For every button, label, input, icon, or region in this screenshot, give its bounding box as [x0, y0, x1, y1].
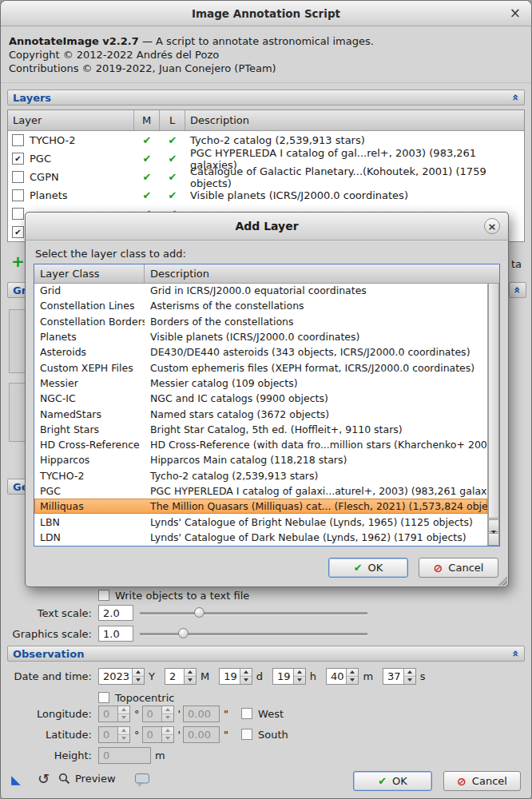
layer-class-row[interactable]: PlanetsVisible planets (ICRS/J2000.0 coo…	[34, 329, 487, 344]
layer-visible-checkbox[interactable]	[12, 171, 24, 183]
collapse-section-icon[interactable]: «	[510, 650, 520, 657]
layer-class-description: DE430/DE440 asteroids (343 objects, ICRS…	[145, 346, 487, 358]
slider-track[interactable]	[140, 612, 367, 615]
dialog-close-icon[interactable]: ×	[484, 218, 500, 234]
layer-row[interactable]: CGPN✔✔Catalogue of Galactic Planetary...…	[8, 168, 524, 186]
layer-class-row[interactable]: Constellation LinesAsterisms of the cons…	[34, 298, 487, 313]
layer-class-row[interactable]: Bright StarsBright Star Catalog, 5th ed.…	[34, 422, 487, 437]
column-header-description[interactable]: Description	[185, 110, 524, 130]
layer-class-description: Lynds' Catalogue of Bright Nebulae (Lynd…	[145, 516, 487, 528]
unit-label: d	[256, 670, 263, 682]
datetime-spinbox[interactable]: 19	[219, 668, 252, 685]
column-header-layer-class[interactable]: Layer Class	[34, 264, 145, 283]
latitude-degrees-spinbox: 0	[98, 726, 130, 743]
add-layer-titlebar[interactable]: Add Layer ×	[26, 213, 508, 240]
layer-visible-checkbox[interactable]	[12, 134, 24, 146]
add-layer-prompt: Select the layer class to add:	[35, 248, 498, 260]
collapse-section-icon[interactable]: «	[512, 286, 522, 293]
layer-class-row[interactable]: HD Cross-ReferenceHD Cross-Reference (wi…	[34, 437, 487, 452]
layer-class-row[interactable]: LDNLynds' Catalogue of Dark Nebulae (Lyn…	[34, 530, 487, 545]
layer-class-row[interactable]: HipparcosHipparcos Main catalog (118,218…	[34, 452, 487, 467]
slider-thumb[interactable]	[178, 628, 189, 638]
marker-check-icon: ✔	[143, 171, 152, 183]
scroll-down-icon[interactable]	[488, 533, 499, 546]
vertical-scrollbar[interactable]	[487, 283, 499, 546]
layer-class-row[interactable]: NamedStarsNamed stars catalog (3672 obje…	[34, 406, 487, 421]
check-icon: ✔	[378, 775, 387, 787]
spinner-arrows-icon[interactable]	[240, 669, 252, 684]
slider-track[interactable]	[140, 633, 367, 636]
layer-visible-checkbox[interactable]	[12, 189, 24, 201]
layer-class-row[interactable]: NGC-ICNGC and IC catalogs (9900 objects)	[34, 391, 487, 406]
datetime-spinbox[interactable]: 2	[165, 668, 197, 685]
layer-class-row[interactable]: MilliquasThe Million Quasars (Milliquas)…	[34, 499, 487, 514]
layer-class-row[interactable]: GridGrid in ICRS/J2000.0 equatorial coor…	[34, 283, 487, 298]
south-checkbox[interactable]	[241, 729, 252, 740]
scrollbar-thumb[interactable]	[488, 283, 499, 519]
grid-section-collapse-fragment[interactable]: «	[509, 282, 526, 298]
ok-button[interactable]: ✔ OK	[353, 771, 432, 791]
west-label: West	[258, 708, 284, 720]
cancel-button[interactable]: ⊘ Cancel	[443, 771, 521, 791]
layers-section-header[interactable]: Layers «	[7, 89, 525, 105]
spinner-arrows-icon[interactable]	[184, 669, 196, 684]
text-scale-label: Text scale:	[1, 607, 92, 619]
cancel-button[interactable]: ⊘ Cancel	[419, 558, 498, 578]
add-layer-dialog: Add Layer × Select the layer class to ad…	[25, 212, 509, 587]
west-checkbox[interactable]	[241, 708, 252, 719]
slider-thumb[interactable]	[194, 607, 204, 618]
datetime-spinbox[interactable]: 40	[326, 668, 359, 685]
layer-class-description: Bright Star Catalog, 5th ed. (Hoffleit+,…	[145, 423, 487, 435]
layer-class-row[interactable]: Custom XEPH FilesCustom ephemeris files …	[34, 360, 487, 375]
datetime-spinbox[interactable]: 2023	[98, 668, 145, 685]
ok-button[interactable]: ✔ OK	[328, 558, 408, 578]
layer-class-description: Custom ephemeris files (XEPH format, ICR…	[145, 362, 487, 374]
layer-class-row[interactable]: LBNLynds' Catalogue of Bright Nebulae (L…	[34, 514, 487, 529]
layer-row[interactable]: Planets✔✔Visible planets (ICRS/J2000.0 c…	[8, 186, 524, 205]
column-header-l[interactable]: L	[160, 110, 185, 130]
graphics-scale-slider[interactable]	[140, 626, 367, 642]
layer-class-row[interactable]: Constellation BordersBorders of the cons…	[34, 314, 487, 329]
text-scale-slider[interactable]	[140, 605, 367, 621]
window-titlebar[interactable]: Image Annotation Script ×	[1, 1, 531, 26]
write-objects-label: Write objects to a text file	[115, 590, 249, 602]
layer-visible-checkbox[interactable]: ✔	[12, 226, 24, 238]
layer-class-name: HD Cross-Reference	[34, 439, 145, 451]
layer-class-name: Bright Stars	[34, 423, 145, 435]
column-header-m[interactable]: M	[134, 110, 160, 130]
layer-visible-checkbox[interactable]: ✔	[12, 153, 24, 165]
layer-class-row[interactable]: AsteroidsDE430/DE440 asteroids (343 obje…	[34, 344, 487, 360]
layer-visible-checkbox[interactable]	[12, 208, 24, 220]
layer-class-row[interactable]: MessierMessier catalog (109 objects)	[34, 376, 487, 391]
spinner-arrows-icon[interactable]	[346, 669, 358, 684]
spinner-arrows-icon[interactable]	[403, 669, 415, 684]
no-entry-icon: ⊘	[434, 562, 443, 574]
reset-icon[interactable]: ↺	[38, 770, 50, 787]
window-close-icon[interactable]: ×	[510, 5, 521, 21]
preview-button[interactable]: Preview	[58, 773, 116, 785]
add-layer-icon[interactable]: +	[11, 252, 25, 271]
datetime-spinbox[interactable]: 19	[272, 668, 306, 685]
contributions-line: Contributions © 2019-2022, Juan Conejero…	[9, 62, 523, 75]
spinner-arrows-icon[interactable]	[293, 669, 305, 684]
layer-class-row[interactable]: PGCPGC HYPERLEDA I catalog of galaxi...a…	[34, 483, 487, 499]
topocentric-checkbox[interactable]	[98, 692, 109, 703]
column-header-description[interactable]: Description	[145, 264, 499, 283]
layer-class-description: Visible planets (ICRS/J2000.0 coordinate…	[145, 331, 487, 343]
dialog-footer: ◣ ↺ Preview ✔ OK ⊘ Cancel	[1, 770, 531, 794]
text-scale-input[interactable]: 2.0	[98, 605, 133, 621]
observation-section-header[interactable]: Observation «	[7, 646, 525, 662]
datetime-spinbox[interactable]: 37	[383, 668, 416, 685]
add-layer-title: Add Layer	[235, 220, 298, 233]
column-header-layer[interactable]: Layer	[8, 110, 134, 130]
image-annotation-window: Image Annotation Script × AnnotateImage …	[0, 0, 532, 799]
new-instance-icon[interactable]: ◣	[11, 773, 21, 787]
graphics-scale-input[interactable]: 1.0	[98, 626, 133, 642]
collapse-section-icon[interactable]: «	[510, 93, 520, 101]
layer-class-name: Custom XEPH Files	[34, 362, 145, 374]
height-unit: m	[155, 749, 165, 761]
layer-class-row[interactable]: TYCHO-2Tycho-2 catalog (2,539,913 stars)	[34, 468, 487, 483]
comment-bubble-icon[interactable]	[135, 773, 150, 789]
write-objects-checkbox[interactable]	[98, 590, 109, 601]
spinner-arrows-icon[interactable]	[132, 669, 144, 684]
